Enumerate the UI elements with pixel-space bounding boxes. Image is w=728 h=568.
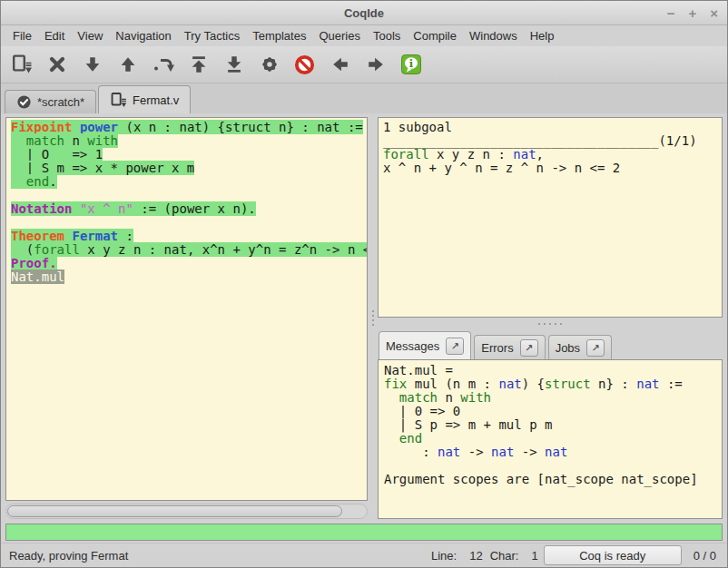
scrollbar-thumb[interactable]	[7, 505, 342, 517]
code-line	[11, 189, 367, 202]
menu-compile[interactable]: Compile	[407, 26, 463, 45]
code-token: :=	[660, 377, 683, 391]
code-line: : nat -> nat -> nat	[384, 446, 722, 459]
code-token: (	[11, 242, 34, 257]
script-pane: Fixpoint power (x n : nat) {struct n} : …	[5, 117, 368, 519]
close-button[interactable]	[44, 53, 69, 77]
window-title: CoqIde	[1, 6, 727, 20]
detach-button[interactable]: ↗	[446, 338, 464, 355]
arrow-down-to-bar-icon	[224, 54, 244, 74]
check-circle-icon	[16, 94, 32, 110]
line-label: Line:	[431, 549, 457, 563]
code-token: "x ^ n"	[80, 201, 133, 216]
code-line	[384, 459, 722, 473]
code-token: Nat.mul	[11, 269, 64, 284]
code-line: Nat.mul	[11, 270, 367, 284]
next-button[interactable]	[363, 53, 388, 77]
tab-label: Messages	[386, 339, 439, 353]
tab-scratch[interactable]: *scratch*	[5, 90, 96, 113]
code-token: fix	[384, 377, 407, 391]
interrupt-button[interactable]	[292, 53, 317, 77]
tab-errors[interactable]: Errors ↗	[474, 335, 545, 359]
goals-messages-splitter[interactable]	[378, 318, 723, 329]
tab-label: Errors	[481, 341, 513, 355]
maximize-button[interactable]: +	[688, 6, 696, 20]
forward-one-command-button[interactable]	[80, 53, 104, 77]
code-line: Proof.	[11, 257, 367, 270]
status-text: Ready, proving Fermat	[9, 549, 431, 563]
toolbar: i	[1, 46, 727, 83]
minimize-button[interactable]: −	[667, 6, 675, 20]
code-line: forall x y z n : nat,	[383, 148, 722, 162]
code-token	[11, 133, 26, 148]
gear-icon	[260, 54, 280, 74]
menu-file[interactable]: File	[6, 26, 38, 45]
char-label: Char:	[490, 549, 519, 563]
save-icon	[110, 92, 127, 109]
code-token	[384, 431, 399, 446]
detach-button[interactable]: ↗	[520, 339, 538, 357]
code-token: forall	[383, 147, 429, 162]
tab-messages[interactable]: Messages ↗	[379, 331, 471, 359]
code-token: (x n : nat) {struct n} : nat :=	[118, 120, 363, 134]
menu-edit[interactable]: Edit	[38, 26, 71, 45]
arrow-up-icon	[118, 54, 138, 74]
fully-check-document-button[interactable]	[257, 53, 281, 77]
detach-button[interactable]: ↗	[586, 339, 605, 357]
about-button[interactable]: i	[398, 53, 423, 77]
workers-counter: 0 / 0	[694, 549, 716, 563]
menu-help[interactable]: Help	[524, 26, 561, 45]
code-token: ->	[514, 445, 545, 459]
code-token: Notation	[11, 201, 72, 216]
save-icon	[11, 54, 33, 75]
svg-text:i: i	[408, 57, 413, 70]
tab-fermat[interactable]: Fermat.v	[98, 85, 191, 113]
close-window-button[interactable]: ×	[710, 6, 718, 20]
tab-jobs[interactable]: Jobs ↗	[548, 335, 612, 359]
go-to-cursor-button[interactable]	[151, 53, 175, 77]
menu-navigation[interactable]: Navigation	[109, 26, 177, 45]
code-token: x y z n : nat, x^n + y^n = z^n -> n <=	[80, 242, 368, 257]
splitter-dot	[372, 310, 374, 312]
code-token: forall	[34, 242, 80, 257]
arrow-left-icon	[330, 54, 350, 74]
code-token: Proof.	[11, 256, 57, 270]
code-token: ->	[460, 445, 491, 459]
editor-tab-bar: *scratch* Fermat.v	[1, 83, 727, 113]
menu-view[interactable]: View	[71, 26, 109, 45]
splitter-dot	[544, 323, 546, 325]
script-editor[interactable]: Fixpoint power (x n : nat) {struct n} : …	[5, 117, 368, 501]
menu-templates[interactable]: Templates	[246, 26, 312, 45]
menu-windows[interactable]: Windows	[463, 26, 524, 45]
code-token: power	[80, 120, 118, 134]
previous-button[interactable]	[328, 53, 352, 77]
restart-go-to-start-button[interactable]	[186, 53, 211, 77]
code-line: Fixpoint power (x n : nat) {struct n} : …	[11, 121, 367, 134]
code-token: :	[118, 229, 133, 243]
menu-queries[interactable]: Queries	[312, 26, 367, 45]
code-token: := (power x n).	[133, 201, 256, 216]
splitter-dot	[549, 323, 551, 325]
status-bar: Ready, proving Fermat Line: 12 Char: 1 C…	[1, 543, 727, 567]
backward-one-command-button[interactable]	[115, 53, 140, 77]
vertical-splitter[interactable]	[368, 117, 378, 519]
detach-arrow-icon: ↗	[592, 343, 600, 353]
coq-status-button[interactable]: Coq is ready	[544, 545, 682, 565]
coqide-window: CoqIde − + × File Edit View Navigation T…	[0, 0, 728, 568]
menu-tools[interactable]: Tools	[367, 26, 407, 45]
code-token: end	[399, 431, 422, 446]
code-line	[11, 216, 367, 230]
code-token: mul (n m :	[407, 377, 498, 391]
go-to-end-button[interactable]	[221, 53, 246, 77]
menu-try-tactics[interactable]: Try Tactics	[178, 26, 246, 45]
code-token	[72, 201, 79, 216]
splitter-dot	[555, 323, 556, 325]
message-tab-bar: Messages ↗ Errors ↗ Jobs ↗	[378, 329, 723, 359]
code-token: Fermat	[72, 229, 118, 243]
window-controls: − + ×	[667, 1, 718, 25]
code-token: nat	[491, 445, 514, 459]
horizontal-scrollbar[interactable]	[5, 504, 368, 519]
progress-bar	[5, 524, 723, 541]
save-button[interactable]	[9, 53, 34, 77]
code-token: n} :	[591, 377, 637, 391]
